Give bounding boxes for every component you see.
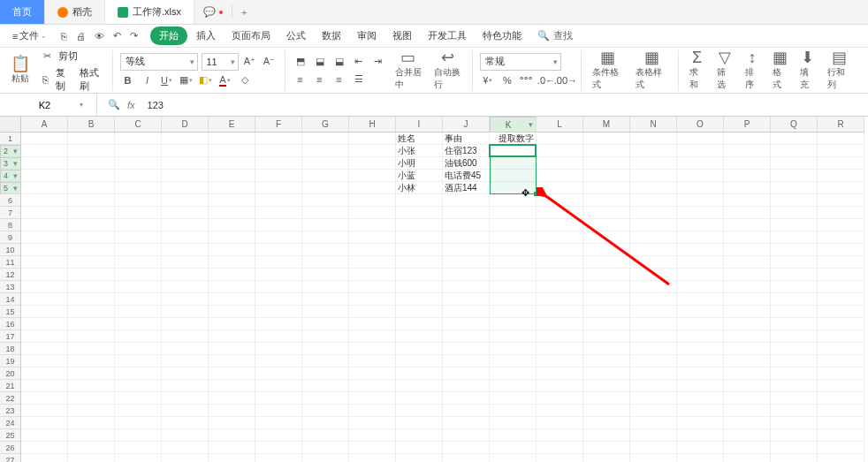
cell-F4[interactable] [255,170,302,182]
cell-K21[interactable] [490,380,537,392]
col-header-N[interactable]: N [630,117,677,133]
cell-C17[interactable] [115,330,162,343]
cell-O24[interactable] [677,417,724,429]
cell-C10[interactable] [115,244,162,256]
cell-D16[interactable] [162,318,209,330]
cell-D4[interactable] [162,170,209,182]
cell-M15[interactable] [583,306,630,318]
sum-button[interactable]: Σ求和 [686,49,708,91]
cell-L1[interactable] [537,133,583,145]
cond-format-button[interactable]: ▦条件格式 [589,49,628,91]
cell-M19[interactable] [583,355,630,367]
cell-R16[interactable] [818,318,864,330]
cell-Q19[interactable] [771,355,818,367]
cell-K11[interactable] [490,256,537,269]
cell-J18[interactable] [443,343,490,355]
cell-C7[interactable] [115,207,162,219]
cell-A21[interactable] [21,380,68,392]
row-header-23[interactable]: 23 [0,405,21,417]
cell-G9[interactable] [302,231,349,244]
cell-O5[interactable] [677,182,724,194]
cell-N10[interactable] [630,244,677,256]
cell-L11[interactable] [537,256,583,269]
cell-K26[interactable] [490,442,537,454]
cell-E26[interactable] [209,442,255,454]
cell-D17[interactable] [162,330,209,343]
ribbon-tab-review[interactable]: 审阅 [350,27,384,45]
cell-I17[interactable] [396,330,443,343]
format-button[interactable]: ▦格式 [769,49,791,91]
cell-F6[interactable] [255,194,302,207]
cell-P24[interactable] [724,417,771,429]
row-header-12[interactable]: 12 [0,269,21,281]
cell-F25[interactable] [255,429,302,442]
cell-F14[interactable] [255,293,302,306]
ribbon-tab-layout[interactable]: 页面布局 [225,27,278,45]
cell-H22[interactable] [349,392,396,405]
cell-J15[interactable] [443,306,490,318]
cell-Q5[interactable] [771,182,818,194]
cell-N16[interactable] [630,318,677,330]
cell-B26[interactable] [68,442,115,454]
cell-M10[interactable] [583,244,630,256]
cell-I26[interactable] [396,442,443,454]
cell-K20[interactable] [490,367,537,380]
cell-Q15[interactable] [771,306,818,318]
cell-I10[interactable] [396,244,443,256]
cell-D15[interactable] [162,306,209,318]
message-indicator[interactable]: 💬 [194,0,232,24]
cell-N8[interactable] [630,219,677,231]
cell-N6[interactable] [630,194,677,207]
cell-C6[interactable] [115,194,162,207]
col-header-L[interactable]: L [537,117,583,133]
cell-E12[interactable] [209,269,255,281]
cell-J11[interactable] [443,256,490,269]
cell-A26[interactable] [21,442,68,454]
cell-H1[interactable] [349,133,396,145]
cell-F19[interactable] [255,355,302,367]
cell-Q12[interactable] [771,269,818,281]
cell-P15[interactable] [724,306,771,318]
copy-button[interactable]: ⎘ [39,72,52,87]
cell-H27[interactable] [349,454,396,462]
cell-Q20[interactable] [771,367,818,380]
cell-L26[interactable] [537,442,583,454]
cell-I19[interactable] [396,355,443,367]
col-header-D[interactable]: D [162,117,209,133]
italic-button[interactable]: I [140,72,156,88]
cell-L10[interactable] [537,244,583,256]
cell-L24[interactable] [537,417,583,429]
cell-Q3[interactable] [771,157,818,170]
row-header-11[interactable]: 11 [0,256,21,269]
align-top-button[interactable]: ⬒ [293,54,308,70]
cell-E13[interactable] [209,281,255,293]
cell-I6[interactable] [396,194,443,207]
align-left-button[interactable]: ≡ [293,72,308,87]
ribbon-tab-view[interactable]: 视图 [385,27,419,45]
cell-N11[interactable] [630,256,677,269]
cell-G8[interactable] [302,219,349,231]
cell-F26[interactable] [255,442,302,454]
cell-C23[interactable] [115,405,162,417]
cell-H10[interactable] [349,244,396,256]
cell-I22[interactable] [396,392,443,405]
cell-C11[interactable] [115,256,162,269]
cell-O27[interactable] [677,454,724,462]
cell-A12[interactable] [21,269,68,281]
cell-F13[interactable] [255,281,302,293]
row-header-27[interactable]: 27 [0,454,21,462]
cell-I9[interactable] [396,231,443,244]
cell-R8[interactable] [818,219,864,231]
cell-A24[interactable] [21,417,68,429]
cell-I18[interactable] [396,343,443,355]
cell-B23[interactable] [68,405,115,417]
cell-N19[interactable] [630,355,677,367]
cell-F16[interactable] [255,318,302,330]
fx-label[interactable]: fx [127,100,135,110]
cell-O18[interactable] [677,343,724,355]
cell-N25[interactable] [630,429,677,442]
cell-F18[interactable] [255,343,302,355]
cell-N5[interactable] [630,182,677,194]
cell-Q2[interactable] [771,145,818,157]
cell-O13[interactable] [677,281,724,293]
